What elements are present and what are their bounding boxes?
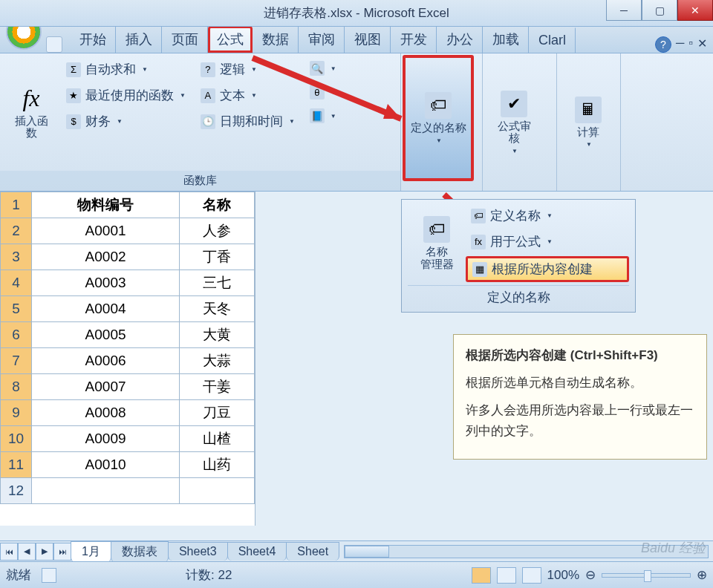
macro-record-icon[interactable] bbox=[42, 568, 56, 583]
row-header-3[interactable]: 3 bbox=[1, 244, 32, 270]
page-layout-view-button[interactable] bbox=[497, 567, 516, 584]
tooltip: 根据所选内容创建 (Ctrl+Shift+F3) 根据所选单元格自动生成名称。 … bbox=[453, 334, 707, 460]
defined-names-button[interactable]: 🏷 定义的名称 ▼ bbox=[403, 55, 474, 181]
create-from-selection-button[interactable]: ▦根据所选内容创建 bbox=[466, 256, 629, 282]
restore-down-button[interactable]: ▫ bbox=[688, 36, 693, 53]
math-button[interactable]: θ▼ bbox=[305, 82, 342, 102]
cell[interactable] bbox=[32, 478, 180, 504]
tab-view[interactable]: 视图 bbox=[345, 25, 391, 53]
tab-start[interactable]: 开始 bbox=[70, 25, 116, 53]
row-header-2[interactable]: 2 bbox=[1, 218, 32, 244]
tab-insert[interactable]: 插入 bbox=[116, 25, 162, 53]
cell[interactable]: 三七 bbox=[180, 270, 255, 296]
sheet-tab-4[interactable]: Sheet4 bbox=[227, 542, 287, 561]
clock-icon: 🕒 bbox=[201, 114, 215, 129]
cell[interactable]: A0005 bbox=[32, 322, 180, 348]
name-manager-button[interactable]: 🏷 名称 管理器 bbox=[408, 204, 466, 282]
zoom-out-button[interactable]: ⊖ bbox=[585, 567, 596, 583]
cell[interactable]: 天冬 bbox=[180, 296, 255, 322]
name-tag-icon: 🏷 bbox=[425, 92, 452, 119]
last-sheet-button[interactable]: ⏭ bbox=[53, 543, 71, 561]
row-header-1[interactable]: 1 bbox=[1, 192, 32, 218]
minimize-button[interactable]: ─ bbox=[606, 0, 642, 21]
close-button[interactable]: ✕ bbox=[677, 0, 713, 21]
title-bar: 进销存表格.xlsx - Microsoft Excel ─ ▢ ✕ bbox=[0, 0, 713, 27]
close-workbook-button[interactable]: ✕ bbox=[697, 36, 707, 53]
sheet-tab-1month[interactable]: 1月 bbox=[71, 541, 111, 562]
prev-sheet-button[interactable]: ◀ bbox=[18, 543, 36, 561]
cell[interactable]: A0008 bbox=[32, 400, 180, 426]
zoom-slider-knob[interactable] bbox=[644, 570, 651, 582]
cell[interactable]: 大蒜 bbox=[180, 348, 255, 374]
qat-save-icon[interactable] bbox=[46, 36, 62, 53]
fx-small-icon: fx bbox=[471, 235, 486, 249]
financial-button[interactable]: $财务▼ bbox=[61, 110, 191, 133]
help-icon[interactable]: ? bbox=[655, 36, 671, 53]
formula-audit-button[interactable]: ✔公式审核▼ bbox=[489, 58, 539, 186]
cell[interactable]: 大黄 bbox=[180, 322, 255, 348]
zoom-slider[interactable] bbox=[602, 573, 691, 578]
tab-formula[interactable]: 公式 bbox=[208, 26, 253, 53]
use-in-formula-button[interactable]: fx用于公式▼ bbox=[466, 230, 629, 253]
more-functions-button[interactable]: 📘▼ bbox=[305, 105, 342, 126]
cell[interactable]: 丁香 bbox=[180, 244, 255, 270]
recent-functions-button[interactable]: ★最近使用的函数▼ bbox=[61, 84, 191, 107]
cell[interactable]: 干姜 bbox=[180, 374, 255, 400]
tab-data[interactable]: 数据 bbox=[253, 25, 299, 53]
cell[interactable]: A0009 bbox=[32, 426, 180, 452]
scrollbar-thumb[interactable] bbox=[345, 546, 389, 558]
tab-addins[interactable]: 加载 bbox=[483, 25, 529, 53]
tab-clari[interactable]: Clarl bbox=[529, 27, 576, 53]
row-header-12[interactable]: 12 bbox=[1, 478, 32, 504]
row-header-9[interactable]: 9 bbox=[1, 400, 32, 426]
maximize-button[interactable]: ▢ bbox=[642, 0, 677, 21]
sheet-tab-3[interactable]: Sheet3 bbox=[168, 542, 228, 561]
header-code[interactable]: 物料编号 bbox=[32, 192, 180, 218]
cell[interactable]: A0001 bbox=[32, 218, 180, 244]
define-name-button[interactable]: 🏷定义名称▼ bbox=[466, 204, 629, 227]
text-button[interactable]: A文本▼ bbox=[195, 84, 300, 107]
insert-function-button[interactable]: fx 插入函数 bbox=[6, 58, 56, 166]
status-ready: 就绪 bbox=[6, 566, 31, 584]
cell[interactable]: A0002 bbox=[32, 244, 180, 270]
cell[interactable]: A0010 bbox=[32, 452, 180, 478]
row-header-11[interactable]: 11 bbox=[1, 452, 32, 478]
autosum-button[interactable]: Σ自动求和▼ bbox=[61, 58, 191, 81]
row-header-8[interactable]: 8 bbox=[1, 374, 32, 400]
cell[interactable]: A0003 bbox=[32, 270, 180, 296]
next-sheet-button[interactable]: ▶ bbox=[36, 543, 53, 561]
row-header-7[interactable]: 7 bbox=[1, 348, 32, 374]
row-header-10[interactable]: 10 bbox=[1, 426, 32, 452]
tab-dev[interactable]: 开发 bbox=[391, 25, 437, 53]
lookup-button[interactable]: 🔍▼ bbox=[305, 58, 342, 79]
cell[interactable]: A0007 bbox=[32, 374, 180, 400]
spreadsheet-grid[interactable]: 1 物料编号 名称 2A0001人参 3A0002丁香 4A0003三七 5A0… bbox=[0, 192, 255, 526]
tab-page[interactable]: 页面 bbox=[162, 25, 208, 53]
datetime-button[interactable]: 🕒日期和时间▼ bbox=[195, 110, 300, 133]
calculation-button[interactable]: 🖩计算▼ bbox=[563, 58, 613, 186]
cell[interactable]: A0004 bbox=[32, 296, 180, 322]
cell[interactable] bbox=[180, 478, 255, 504]
logical-button[interactable]: ?逻辑▼ bbox=[195, 58, 300, 81]
minimize-ribbon-button[interactable]: ─ bbox=[676, 36, 684, 53]
row-header-5[interactable]: 5 bbox=[1, 296, 32, 322]
cell[interactable]: 人参 bbox=[180, 218, 255, 244]
cell[interactable]: 山药 bbox=[180, 452, 255, 478]
watermark: Baidu 经验 bbox=[641, 539, 706, 557]
tab-review[interactable]: 审阅 bbox=[299, 25, 345, 53]
tab-office[interactable]: 办公 bbox=[437, 25, 483, 53]
page-break-view-button[interactable] bbox=[522, 567, 541, 584]
first-sheet-button[interactable]: ⏮ bbox=[0, 543, 18, 561]
zoom-in-button[interactable]: ⊕ bbox=[697, 567, 707, 583]
name-manager-icon: 🏷 bbox=[423, 216, 450, 243]
cell[interactable]: A0006 bbox=[32, 348, 180, 374]
sheet-tab-data[interactable]: 数据表 bbox=[111, 541, 169, 562]
row-header-4[interactable]: 4 bbox=[1, 270, 32, 296]
header-name[interactable]: 名称 bbox=[180, 192, 255, 218]
sheet-311[interactable]: Sheet bbox=[286, 542, 339, 561]
normal-view-button[interactable] bbox=[472, 567, 491, 584]
tooltip-body-2: 许多人会选用所选内容最上一行或最左一列中的文字。 bbox=[466, 400, 694, 440]
cell[interactable]: 刀豆 bbox=[180, 400, 255, 426]
cell[interactable]: 山楂 bbox=[180, 426, 255, 452]
row-header-6[interactable]: 6 bbox=[1, 322, 32, 348]
